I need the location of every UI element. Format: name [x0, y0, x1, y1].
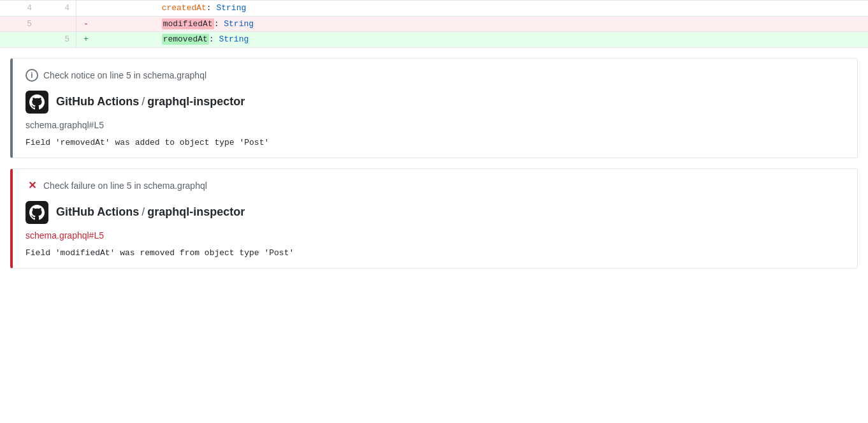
check-item-notice: i Check notice on line 5 in schema.graph… — [10, 58, 858, 158]
check-failure-header: ✕ Check failure on line 5 in schema.grap… — [25, 179, 844, 192]
check-failure-title: Check failure on line 5 in schema.graphq… — [43, 181, 207, 191]
check-failure-divider: / — [141, 205, 145, 218]
check-notice-divider: / — [141, 95, 145, 108]
diff-content-5-added: removedAt: String — [96, 32, 868, 47]
check-notice-message: Field 'removedAt' was added to object ty… — [25, 138, 269, 147]
check-notice-app-row: GitHub Actions/graphql-inspector — [25, 91, 844, 114]
diff-row-neutral: 4 4 createdAt: String — [0, 0, 868, 16]
diff-marker-added: + — [76, 32, 96, 47]
check-notice-app-name: GitHub Actions/graphql-inspector — [56, 95, 245, 108]
line-num-new-4: 4 — [38, 1, 76, 16]
line-num-new-5-added: 5 — [38, 32, 76, 47]
checks-section: i Check notice on line 5 in schema.graph… — [0, 47, 868, 269]
check-notice-title: Check notice on line 5 in schema.graphql — [43, 70, 206, 80]
line-num-old-5-removed: 5 — [0, 17, 38, 32]
check-notice-file-link[interactable]: schema.graphql#L5 — [25, 120, 844, 130]
info-icon: i — [25, 69, 38, 82]
check-notice-app-sub: graphql-inspector — [147, 95, 245, 108]
diff-table: 4 4 createdAt: String 5 - modifiedAt: St… — [0, 0, 868, 47]
check-failure-body: GitHub Actions/graphql-inspector schema.… — [25, 201, 844, 258]
diff-row-added: 5 + removedAt: String — [0, 31, 868, 47]
check-notice-app-name-text: GitHub Actions — [56, 95, 139, 108]
check-failure-message: Field 'modifiedAt' was removed from obje… — [25, 248, 294, 258]
check-failure-app-name-text: GitHub Actions — [56, 205, 139, 218]
line-num-old-5-added — [0, 32, 38, 47]
check-failure-app-row: GitHub Actions/graphql-inspector — [25, 201, 844, 224]
line-num-old-4: 4 — [0, 1, 38, 16]
diff-marker-removed: - — [76, 17, 96, 32]
diff-row-removed: 5 - modifiedAt: String — [0, 16, 868, 32]
check-notice-header: i Check notice on line 5 in schema.graph… — [25, 69, 844, 82]
check-item-failure: ✕ Check failure on line 5 in schema.grap… — [10, 168, 858, 269]
github-actions-icon-failure — [25, 201, 48, 224]
github-actions-icon-notice — [25, 91, 48, 114]
main-container: 4 4 createdAt: String 5 - modifiedAt: St… — [0, 0, 868, 269]
error-icon: ✕ — [25, 179, 38, 192]
check-failure-app-sub: graphql-inspector — [147, 205, 245, 218]
check-notice-body: GitHub Actions/graphql-inspector schema.… — [25, 91, 844, 147]
diff-content-4: createdAt: String — [96, 1, 868, 16]
line-num-new-5-removed — [38, 17, 76, 32]
diff-marker-neutral — [76, 1, 96, 16]
diff-content-5-removed: modifiedAt: String — [96, 17, 868, 32]
check-failure-file-link[interactable]: schema.graphql#L5 — [25, 230, 844, 241]
check-failure-app-name: GitHub Actions/graphql-inspector — [56, 205, 245, 219]
